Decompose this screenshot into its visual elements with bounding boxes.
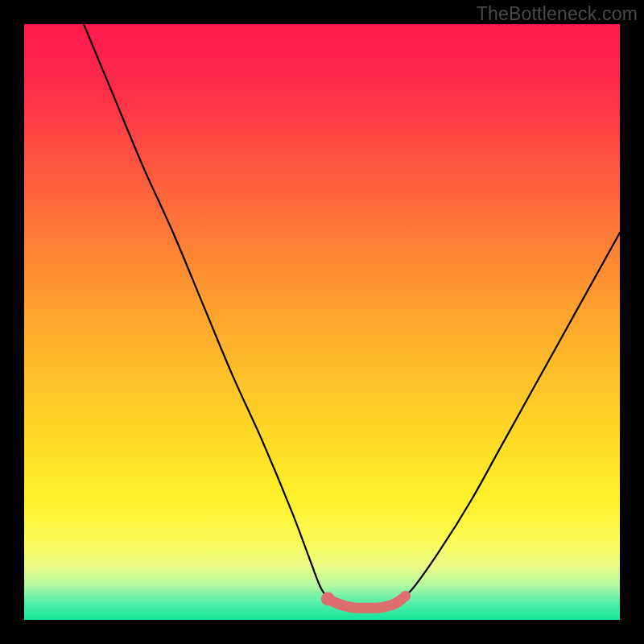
bottleneck-curve-svg	[24, 24, 620, 620]
watermark-text: TheBottleneck.com	[477, 3, 638, 25]
chart-area	[24, 24, 620, 620]
curve-path	[84, 24, 620, 609]
highlight-band	[328, 596, 405, 608]
marker-dot	[321, 592, 335, 606]
